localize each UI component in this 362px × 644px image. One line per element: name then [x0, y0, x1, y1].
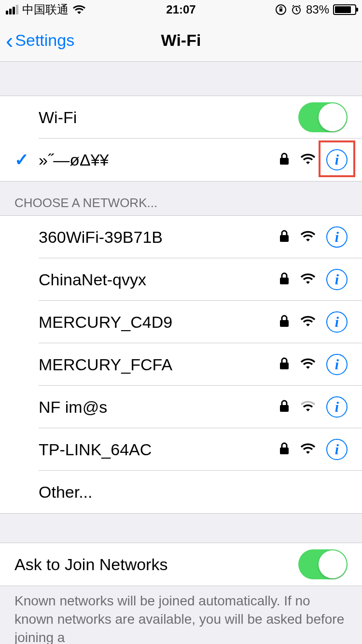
lock-icon: [279, 152, 290, 168]
network-row[interactable]: NF im@s i: [0, 386, 362, 428]
wifi-signal-icon: [300, 153, 316, 167]
lock-icon: [279, 442, 290, 457]
other-network-row[interactable]: Other...: [0, 471, 362, 513]
battery-percent: 83%: [306, 3, 329, 16]
ask-join-section: Ask to Join Networks: [0, 543, 362, 586]
info-button[interactable]: i: [326, 311, 348, 333]
svg-rect-8: [280, 405, 289, 412]
network-ssid: MERCURY_C4D9: [39, 313, 279, 332]
networks-section: 360WiFi-39B71B i ChinaNet-qvyx i MERCURY…: [0, 215, 362, 514]
svg-rect-5: [280, 278, 289, 284]
orientation-lock-icon: [275, 4, 287, 15]
lock-icon: [279, 314, 290, 330]
wifi-toggle-label: Wi-Fi: [39, 108, 298, 127]
info-button[interactable]: i: [326, 149, 348, 170]
lock-icon: [279, 229, 290, 245]
wifi-signal-icon: [300, 272, 316, 287]
network-ssid: TP-LINK_64AC: [39, 440, 279, 459]
chevron-left-icon: ‹: [6, 29, 13, 52]
choose-network-header: CHOOSE A NETWORK...: [0, 190, 172, 215]
back-label: Settings: [15, 31, 74, 50]
other-label: Other...: [39, 483, 348, 502]
footer-text: Known networks will be joined automatica…: [0, 586, 362, 644]
wifi-signal-icon: [300, 315, 316, 329]
svg-rect-6: [280, 320, 289, 327]
status-time: 21:07: [166, 3, 195, 16]
network-ssid: MERCURY_FCFA: [39, 355, 279, 374]
info-button[interactable]: i: [326, 226, 348, 248]
wifi-section: Wi-Fi ✓ »˝—øΔ¥¥ i: [0, 96, 362, 182]
network-row[interactable]: MERCURY_FCFA i: [0, 343, 362, 386]
checkmark-icon: ✓: [14, 150, 29, 170]
svg-rect-9: [280, 448, 289, 454]
wifi-signal-icon: [300, 400, 316, 414]
wifi-status-icon: [72, 4, 86, 15]
info-button[interactable]: i: [326, 396, 348, 418]
ask-join-label: Ask to Join Networks: [14, 555, 298, 574]
info-button[interactable]: i: [326, 439, 348, 460]
network-ssid: ChinaNet-qvyx: [39, 270, 279, 289]
alarm-icon: [291, 4, 302, 15]
svg-rect-3: [280, 158, 289, 165]
carrier-label: 中国联通: [22, 2, 69, 17]
network-row[interactable]: ChinaNet-qvyx i: [0, 258, 362, 301]
wifi-signal-icon: [300, 230, 316, 244]
battery-icon: [333, 4, 356, 15]
wifi-toggle[interactable]: [298, 102, 348, 132]
lock-icon: [279, 399, 290, 415]
network-ssid: 360WiFi-39B71B: [39, 228, 279, 247]
network-row[interactable]: 360WiFi-39B71B i: [0, 216, 362, 258]
wifi-toggle-row: Wi-Fi: [0, 96, 362, 139]
ask-join-row: Ask to Join Networks: [0, 543, 362, 586]
info-button[interactable]: i: [326, 354, 348, 375]
ask-join-toggle[interactable]: [298, 549, 348, 579]
info-button[interactable]: i: [326, 269, 348, 290]
lock-icon: [279, 357, 290, 372]
network-row[interactable]: MERCURY_C4D9 i: [0, 301, 362, 343]
lock-icon: [279, 272, 290, 287]
page-title: Wi-Fi: [161, 31, 201, 50]
connected-network-row[interactable]: ✓ »˝—øΔ¥¥ i: [0, 139, 362, 181]
svg-rect-4: [280, 235, 289, 242]
status-bar: 中国联通 21:07 83%: [0, 0, 362, 19]
svg-rect-1: [279, 9, 282, 12]
network-row[interactable]: TP-LINK_64AC i: [0, 428, 362, 471]
svg-rect-7: [280, 363, 289, 369]
nav-bar: ‹ Settings Wi-Fi: [0, 19, 362, 62]
back-button[interactable]: ‹ Settings: [0, 29, 74, 52]
connected-ssid: »˝—øΔ¥¥: [39, 151, 279, 169]
cellular-signal-icon: [6, 5, 18, 14]
wifi-signal-icon: [300, 357, 316, 372]
network-ssid: NF im@s: [39, 398, 279, 417]
wifi-signal-icon: [300, 442, 316, 457]
